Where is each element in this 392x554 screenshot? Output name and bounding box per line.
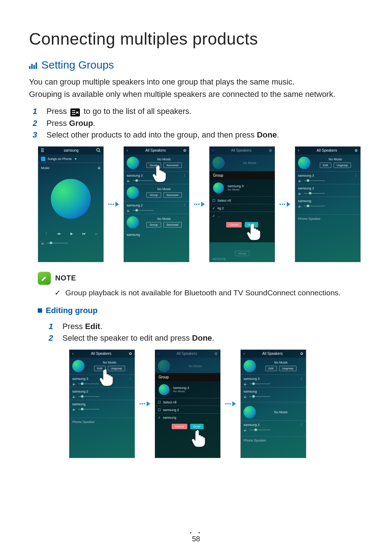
step-3-text-a: Select other products to add into the gr… (46, 130, 257, 139)
svg-rect-4 (72, 110, 75, 111)
edit-button[interactable]: Edit (94, 366, 106, 371)
speaker-name: samsung 3 (127, 174, 143, 177)
status-text: No Music (259, 410, 303, 414)
speaker-name: samsung 3 (298, 174, 314, 177)
back-icon: ‹ (298, 148, 299, 152)
status-text: No Music (142, 187, 186, 191)
gear-icon: ✿ (215, 352, 217, 356)
checkbox-unchecked-icon[interactable]: ☐ (158, 408, 161, 412)
svg-rect-2 (33, 65, 35, 69)
device-icon (41, 157, 45, 161)
step-2: 2 Press Group. (33, 119, 363, 128)
album-orb (51, 179, 91, 219)
edit-button[interactable]: Edit (320, 163, 331, 168)
speaker-orb (244, 360, 256, 372)
volume-icon: 🔈 (244, 428, 248, 432)
select-all[interactable]: Select All (217, 199, 231, 202)
phone-edit-start: ‹ All Speakers ✿ No Music Edit Ungroup s… (69, 349, 135, 458)
status-text: No Music (228, 161, 272, 165)
back-icon: ‹ (127, 148, 128, 152)
svg-rect-0 (29, 66, 30, 69)
group-button[interactable]: Group (146, 192, 161, 198)
option-speaker[interactable]: samsung (163, 416, 176, 419)
phone-group-select: ‹ All Speakers ✿ No Music Group samsung … (209, 146, 275, 262)
step-2-text-a: Press (46, 119, 69, 128)
surround-button[interactable]: Surround (163, 192, 182, 198)
surround-button[interactable]: Surround (163, 222, 182, 227)
group-button[interactable]: Group (146, 163, 161, 168)
checkbox-unchecked-icon[interactable]: ☐ (158, 401, 161, 404)
ungroup-button[interactable]: Ungroup (334, 163, 351, 168)
status-text: No Music (173, 390, 189, 393)
ungroup-button[interactable]: Ungroup (108, 366, 126, 371)
speaker-orb (127, 216, 139, 229)
checkbox-unchecked-icon[interactable]: ☐ (212, 199, 215, 202)
option-speaker[interactable]: samsung 2 (163, 408, 179, 412)
edit-step-1a: Press (62, 322, 85, 331)
more-icon: ⋮ (45, 232, 48, 235)
checkbox-checked-icon[interactable]: ✓ (212, 214, 215, 218)
svg-rect-9 (41, 151, 44, 152)
topbar-title: All Speakers (262, 352, 283, 356)
status-text: No Music (228, 188, 244, 191)
speaker-orb (212, 157, 225, 169)
status-text: No Music (142, 157, 186, 161)
arrow-icon (279, 202, 290, 207)
step-number: 1 (49, 322, 55, 331)
speaker-name: samsung (212, 257, 226, 260)
note-text: Group playback is not available for Blue… (65, 288, 340, 297)
speaker-orb (244, 406, 256, 418)
arrow-icon (194, 202, 205, 207)
done-button[interactable]: Done (245, 222, 258, 227)
primary-speaker: samsung 3 (228, 184, 244, 188)
cancel-button[interactable]: Cancel (172, 424, 187, 429)
volume-icon: 🔈 (298, 179, 302, 182)
done-button[interactable]: Done (190, 424, 204, 429)
checkbox-checked-icon[interactable]: ✓ (158, 416, 161, 419)
step-3-text-c: . (277, 130, 279, 139)
main-steps: 1 Press to go to the list of all speaker… (33, 107, 363, 140)
group-button[interactable]: Group (146, 222, 161, 227)
edit-button[interactable]: Edit (265, 366, 277, 371)
option-speaker[interactable]: … (217, 214, 221, 218)
editing-flow-screens: ‹ All Speakers ✿ No Music Edit Ungroup s… (69, 349, 363, 458)
volume-icon: 🔈 (298, 192, 302, 195)
volume-icon: 🔈 (72, 407, 76, 411)
speaker-orb (298, 157, 310, 169)
step-1-text-b: to go to the list of all speakers. (83, 107, 191, 116)
phone-edit-select: ‹ All Speakers ✿ No Music Group samsung … (155, 349, 221, 458)
square-bullet-icon (38, 308, 42, 313)
status-text: No Music (259, 361, 303, 364)
topbar-title: All Speakers (91, 352, 111, 356)
back-icon: ‹ (244, 352, 245, 356)
status-text: No Music (142, 217, 186, 221)
more-icon: ⋮ (128, 377, 132, 381)
option-speaker[interactable]: ng 2 (217, 206, 224, 210)
ungroup-button[interactable]: Ungroup (279, 366, 297, 371)
volume-icon: 🔈 (127, 209, 131, 212)
editing-subheading: Editing group (38, 306, 363, 315)
topbar-title: All Speakers (317, 148, 337, 152)
gear-icon: ✿ (300, 352, 303, 356)
step-1: 1 Press to go to the list of all speaker… (33, 107, 363, 116)
volume-icon: 🔈 (41, 241, 45, 245)
panel-title: Group (155, 373, 220, 381)
surround-button[interactable]: Surround (163, 163, 182, 168)
svg-rect-1 (31, 64, 33, 69)
speaker-list-icon (41, 148, 46, 153)
more-icon: ⋮ (183, 174, 186, 177)
svg-rect-3 (36, 62, 37, 69)
edit-step-1: 1 Press Edit. (49, 322, 363, 331)
phone-all-speakers-list: ‹ All Speakers ✿ No Music Group Surround… (123, 146, 189, 262)
note-label: NOTE (55, 274, 76, 282)
checkbox-checked-icon[interactable]: ✓ (212, 206, 215, 210)
phone-speaker-label: Phone Speaker (298, 217, 320, 221)
more-icon: ⋮ (300, 423, 303, 427)
speaker-name: samsung 2 (72, 390, 88, 393)
edit-step-2: 2 Select the speaker to edit and press D… (49, 333, 363, 343)
cancel-button[interactable]: Cancel (226, 222, 242, 227)
select-all[interactable]: Select All (163, 401, 176, 404)
note-row: NOTE (38, 272, 363, 285)
more-icon: ⋮ (354, 174, 358, 177)
speaker-name: samsung 2 (127, 204, 143, 207)
